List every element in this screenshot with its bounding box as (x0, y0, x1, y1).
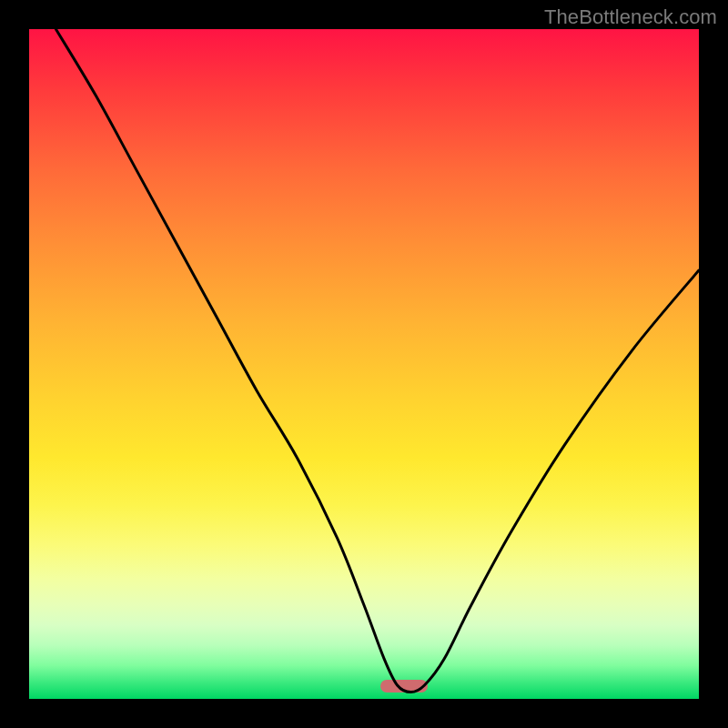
plot-area (29, 29, 699, 699)
curve-path (56, 29, 699, 693)
watermark-text: TheBottleneck.com (544, 5, 717, 29)
chart-container: TheBottleneck.com (0, 0, 728, 728)
bottleneck-curve (29, 29, 699, 699)
